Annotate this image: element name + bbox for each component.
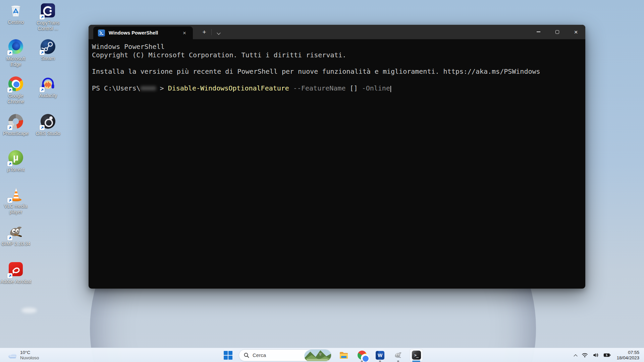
desktop-icon-label: Adobe Acrobat [0, 279, 31, 285]
desktop-icon-copytrans[interactable]: CopyTrans Control ... [33, 3, 63, 32]
running-indicator [397, 361, 399, 362]
wifi-icon [582, 353, 588, 358]
weather-temp: 10°C [20, 350, 39, 355]
shortcut-arrow-badge [7, 50, 12, 55]
shortcut-arrow-badge [7, 125, 12, 130]
gimp-icon [393, 351, 403, 360]
desktop-icon-edge[interactable]: Microsoft Edge [0, 39, 31, 67]
desktop-icon-label: CopyTrans Control ... [33, 20, 63, 32]
powershell-icon [98, 29, 105, 37]
photoscape-icon [8, 114, 23, 129]
speaker-icon [593, 353, 599, 358]
gimp-icon [8, 224, 23, 240]
tray-show-hidden-icons[interactable] [572, 349, 579, 361]
steam-icon [40, 39, 56, 54]
tab-bar-separator [211, 29, 212, 35]
chevron-down-icon [217, 31, 220, 35]
tab-windows-powershell[interactable]: Windows PowerShell × [93, 26, 193, 39]
recycle-bin-icon [8, 3, 23, 18]
shortcut-arrow-badge [40, 50, 45, 55]
terminal-line: Copyright (C) Microsoft Corporation. Tut… [92, 51, 581, 59]
clock-time: 07:55 [616, 350, 639, 355]
desktop-icon-cestino[interactable]: Cestino [0, 3, 31, 25]
desktop-icon-steam[interactable]: Steam [33, 39, 63, 61]
minimize-button[interactable] [529, 25, 548, 39]
tab-title: Windows PowerShell [109, 30, 181, 36]
close-icon: × [574, 29, 578, 35]
shortcut-arrow-badge [7, 235, 12, 240]
word-icon: W [376, 351, 384, 360]
start-button[interactable] [221, 349, 235, 362]
command-text: Disable-WindowsOptionalFeature [168, 84, 289, 92]
tray-battery[interactable] [601, 349, 613, 361]
taskbar-icon-explorer[interactable] [335, 348, 353, 362]
desktop-icon-label: OBS Studio [33, 131, 63, 136]
desktop-icon-label: VLC media player [0, 203, 31, 215]
desktop-icon-label: PhotoScape [0, 131, 31, 136]
wallpaper-cloud [21, 308, 37, 313]
taskbar-icon-gimp[interactable] [389, 348, 407, 362]
close-button[interactable]: × [567, 25, 585, 39]
desktop-icon-chrome[interactable]: Google Chrome [0, 76, 31, 105]
windows-logo-icon [224, 351, 232, 360]
shortcut-arrow-badge [7, 273, 12, 278]
edge-icon [8, 39, 23, 55]
maximize-icon [555, 30, 559, 34]
taskbar-icon-terminal[interactable]: >_ [407, 348, 425, 362]
terminal-line: Installa la versione più recente di Powe… [92, 67, 581, 76]
cloud-icon [7, 352, 17, 359]
terminal-line: Windows PowerShell [92, 43, 581, 51]
vlc-icon [8, 187, 23, 202]
command-param-online: -Online [358, 84, 390, 92]
window-titlebar[interactable]: Windows PowerShell × + × [89, 25, 585, 39]
shortcut-arrow-badge [40, 87, 45, 92]
terminal-line-blank [92, 76, 581, 84]
desktop-icon-label: Cestino [0, 19, 31, 25]
running-indicator [379, 361, 381, 362]
battery-charging-icon [603, 353, 611, 357]
shortcut-arrow-badge [40, 14, 45, 19]
weather-condition: Nuvoloso [20, 355, 39, 361]
search-box[interactable]: Cerca [239, 349, 331, 361]
minimize-icon [537, 32, 540, 32]
desktop-icon-gimp[interactable]: GIMP 2.10.34 [0, 224, 31, 247]
taskbar: 10°C Nuvoloso Cerca [0, 348, 644, 362]
desktop-icon-label: µTorrent [0, 167, 31, 173]
utorrent-icon: µ [8, 150, 23, 166]
desktop-icon-obs[interactable]: OBS Studio [33, 114, 63, 136]
acrobat-icon [8, 262, 23, 278]
terminal-icon: >_ [412, 351, 421, 360]
taskbar-icon-word[interactable]: W [371, 348, 389, 362]
audacity-icon [40, 76, 56, 92]
tray-volume[interactable] [590, 349, 601, 361]
obs-icon [40, 114, 56, 129]
terminal-content[interactable]: Windows PowerShell Copyright (C) Microso… [89, 39, 585, 92]
shortcut-arrow-badge [7, 198, 12, 203]
taskbar-icon-chrome[interactable] [353, 348, 371, 362]
search-icon [244, 353, 249, 358]
clock-widget[interactable]: 07:55 18/04/2023 [616, 350, 639, 361]
powershell-window: Windows PowerShell × + × Windows PowerSh… [89, 25, 585, 289]
desktop-icon-acrobat[interactable]: Adobe Acrobat [0, 261, 31, 285]
search-highlight-image[interactable] [304, 350, 331, 361]
maximize-button[interactable] [548, 25, 567, 39]
search-placeholder: Cerca [253, 352, 266, 358]
desktop-icon-photoscape[interactable]: PhotoScape [0, 114, 31, 136]
tab-close-button[interactable]: × [181, 29, 188, 37]
weather-widget[interactable]: 10°C Nuvoloso [4, 348, 42, 362]
desktop-icon-label: Steam [33, 56, 63, 61]
desktop: Cestino CopyTrans Control ... Microsoft … [0, 0, 644, 362]
desktop-icon-label: Google Chrome [0, 93, 31, 105]
desktop-icon-audacity[interactable]: Audacity [33, 76, 63, 99]
desktop-icon-utorrent[interactable]: µ µTorrent [0, 150, 31, 173]
copytrans-icon [40, 3, 56, 19]
desktop-icon-label: Audacity [33, 93, 63, 99]
new-tab-button[interactable]: + [199, 28, 209, 36]
desktop-icon-vlc[interactable]: VLC media player [0, 187, 31, 215]
desktop-icon-label: Microsoft Edge [0, 56, 31, 67]
shortcut-arrow-badge [7, 161, 12, 166]
tab-dropdown-button[interactable] [215, 29, 223, 36]
chevron-up-icon [574, 354, 578, 358]
tray-wifi[interactable] [579, 349, 590, 361]
chrome-icon [8, 76, 23, 92]
